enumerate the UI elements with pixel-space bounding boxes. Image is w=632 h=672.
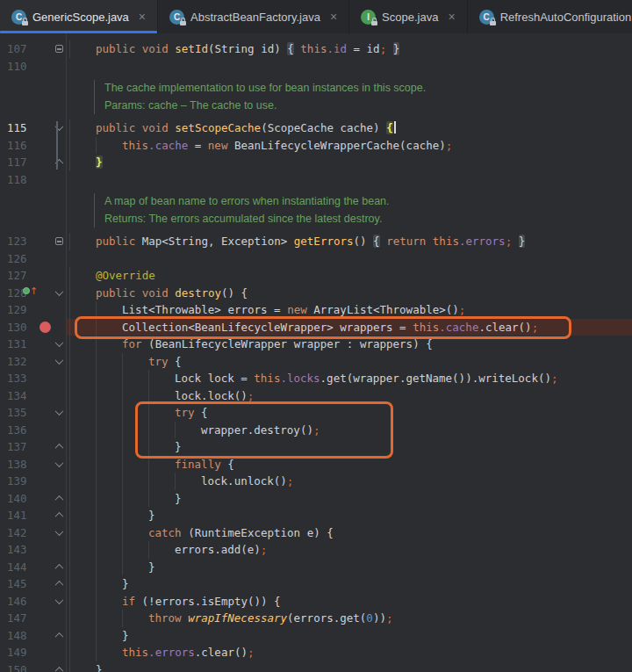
code-text[interactable]: } bbox=[67, 438, 632, 456]
token-pl: (ScopeCache cache) bbox=[261, 121, 386, 134]
token-pl: List<Throwable> errors = bbox=[122, 303, 287, 316]
breakpoint-icon[interactable] bbox=[40, 322, 51, 333]
tab-close-icon[interactable]: × bbox=[448, 11, 455, 23]
line-number: 147 bbox=[7, 610, 27, 627]
code-text[interactable]: public Map<String, Exception> getErrors(… bbox=[67, 233, 632, 250]
fold-chevron-up-icon[interactable] bbox=[53, 575, 65, 593]
gutter: 145 bbox=[0, 575, 67, 593]
token-kw: this bbox=[254, 372, 280, 385]
code-line-140: 140} bbox=[0, 490, 632, 508]
code-line-136: 136wrapper.destroy(); bbox=[0, 422, 632, 439]
folded-region-icon[interactable] bbox=[53, 40, 65, 58]
code-line-149: 149this.errors.clear(); bbox=[0, 644, 632, 661]
override-method-icon[interactable]: ↑ bbox=[23, 286, 38, 296]
folded-region-icon[interactable] bbox=[53, 233, 65, 250]
code-text[interactable]: this.cache = new BeanLifecycleWrapperCac… bbox=[67, 137, 632, 155]
code-text[interactable]: Collection<BeanLifecycleWrapper> wrapper… bbox=[67, 319, 632, 336]
code-text[interactable]: } bbox=[67, 559, 632, 576]
code-text[interactable]: } bbox=[67, 490, 632, 508]
fold-chevron-down-icon[interactable] bbox=[53, 404, 65, 422]
indent-guide bbox=[96, 336, 122, 353]
code-text[interactable]: public void setId(String id) { this.id =… bbox=[67, 40, 632, 58]
token-pl: .clear() bbox=[478, 321, 531, 334]
code-text[interactable] bbox=[67, 250, 632, 268]
code-text[interactable]: this.errors.clear(); bbox=[67, 644, 632, 661]
token-fld: .errors bbox=[459, 235, 506, 248]
indent-guide bbox=[69, 422, 96, 439]
fold-chevron-up-icon[interactable] bbox=[53, 490, 65, 508]
indent-guide bbox=[69, 336, 96, 353]
code-text[interactable]: } bbox=[67, 154, 632, 171]
token-kw: if bbox=[122, 595, 135, 608]
code-text[interactable]: try { bbox=[67, 404, 632, 422]
fold-chevron-up-icon[interactable] bbox=[53, 627, 65, 645]
fold-chevron-down-icon[interactable] bbox=[53, 285, 65, 302]
fold-chevron-up-icon[interactable] bbox=[53, 559, 65, 576]
code-text[interactable]: throw wrapIfNecessary(errors.get(0)); bbox=[67, 610, 632, 627]
code-text[interactable]: } bbox=[67, 507, 632, 524]
line-number: 130 bbox=[7, 319, 27, 336]
line-number: 136 bbox=[7, 422, 27, 439]
javadoc-line: The cache implementation to use for bean… bbox=[104, 80, 632, 98]
token-mi: wrapIfNecessary bbox=[188, 611, 287, 625]
token-me: setId bbox=[175, 42, 208, 55]
code-text[interactable] bbox=[67, 58, 632, 76]
line-number: 127 bbox=[7, 267, 27, 285]
code-text[interactable]: } bbox=[67, 575, 632, 593]
tab-abstractbeanfactory-java[interactable]: CAbstractBeanFactory.java× bbox=[158, 0, 349, 33]
code-line-132: 132try { bbox=[0, 353, 632, 371]
gutter: 148 bbox=[0, 627, 67, 645]
code-text[interactable]: } bbox=[67, 661, 632, 672]
fold-chevron-down-icon[interactable] bbox=[53, 119, 65, 137]
code-text[interactable]: if (!errors.isEmpty()) { bbox=[67, 593, 632, 611]
code-text[interactable]: } bbox=[67, 627, 632, 645]
token-pl: } bbox=[122, 577, 129, 590]
token-pl bbox=[386, 42, 393, 55]
fold-chevron-down-icon[interactable] bbox=[53, 336, 65, 353]
code-text[interactable]: catch (RuntimeException e) { bbox=[67, 524, 632, 542]
text-caret bbox=[394, 121, 396, 134]
indent-guide bbox=[122, 610, 148, 627]
tab-close-icon[interactable]: × bbox=[139, 11, 146, 23]
fold-chevron-down-icon[interactable] bbox=[53, 353, 65, 371]
code-text[interactable]: public void destroy() { bbox=[67, 285, 632, 302]
indent-guide bbox=[122, 456, 148, 473]
tab-scope-java[interactable]: IScope.java× bbox=[349, 0, 468, 33]
fold-chevron-up-icon[interactable] bbox=[53, 507, 65, 524]
code-text[interactable] bbox=[67, 171, 632, 189]
fold-chevron-up-icon[interactable] bbox=[53, 438, 65, 456]
token-mb: } bbox=[96, 155, 103, 169]
tab-refreshautoconfiguration-java[interactable]: CRefreshAutoConfiguration.java× bbox=[468, 0, 632, 33]
token-me: setScopeCache bbox=[175, 121, 261, 134]
fold-chevron-down-icon[interactable] bbox=[53, 524, 65, 542]
gutter: 149 bbox=[0, 644, 67, 661]
line-number: 134 bbox=[7, 387, 27, 405]
tab-genericscope-java[interactable]: CGenericScope.java× bbox=[0, 0, 158, 33]
editor-tab-bar: CGenericScope.java×CAbstractBeanFactory.… bbox=[0, 0, 632, 33]
code-text[interactable]: try { bbox=[67, 353, 632, 371]
code-text[interactable]: List<Throwable> errors = new ArrayList<T… bbox=[67, 301, 632, 319]
fold-chevron-down-icon[interactable] bbox=[53, 593, 65, 611]
code-text[interactable]: wrapper.destroy(); bbox=[67, 422, 632, 439]
line-number: 142 bbox=[7, 524, 27, 542]
code-text[interactable]: lock.lock(); bbox=[67, 387, 632, 405]
code-text[interactable]: for (BeanLifecycleWrapper wrapper : wrap… bbox=[67, 336, 632, 353]
token-mb: { bbox=[386, 121, 393, 134]
indent-guide bbox=[69, 137, 96, 155]
tab-close-icon[interactable]: × bbox=[330, 11, 337, 23]
code-text[interactable]: finally { bbox=[67, 456, 632, 473]
code-text[interactable]: @Override bbox=[67, 267, 632, 285]
code-text[interactable]: lock.unlock(); bbox=[67, 473, 632, 490]
code-text[interactable]: public void setScopeCache(ScopeCache cac… bbox=[67, 119, 632, 137]
code-text[interactable]: errors.add(e); bbox=[67, 541, 632, 559]
code-line-146: 146if (!errors.isEmpty()) { bbox=[0, 593, 632, 611]
code-text[interactable]: Lock lock = this.locks.get(wrapper.getNa… bbox=[67, 370, 632, 387]
indent-guide bbox=[96, 319, 122, 336]
indent-guide bbox=[122, 559, 148, 576]
gutter: 137 bbox=[0, 438, 67, 456]
gutter: 139 bbox=[0, 473, 67, 490]
fold-chevron-up-icon[interactable] bbox=[53, 661, 65, 672]
token-fb: } bbox=[519, 235, 526, 248]
fold-chevron-up-icon[interactable] bbox=[53, 154, 65, 171]
fold-chevron-down-icon[interactable] bbox=[53, 456, 65, 473]
